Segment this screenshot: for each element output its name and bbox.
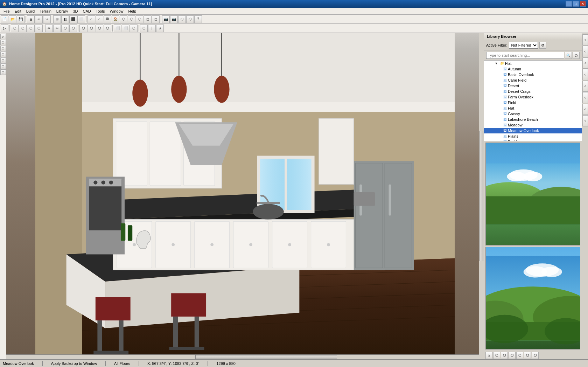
tb-undo[interactable]: ↩ bbox=[35, 15, 43, 23]
tb2-b18[interactable]: ∧ bbox=[156, 25, 164, 32]
tb-b8[interactable]: 🏠 bbox=[112, 15, 119, 23]
hscroll-thumb[interactable] bbox=[195, 355, 337, 359]
tb2-b2[interactable]: ⬡ bbox=[19, 25, 27, 32]
tb2-b16[interactable]: ⬡ bbox=[140, 25, 148, 32]
lbt-b3[interactable]: ⬡ bbox=[509, 352, 516, 359]
rtb-b3[interactable]: ◁ bbox=[582, 57, 588, 69]
tb-help[interactable]: ? bbox=[194, 15, 202, 23]
tb-b4[interactable]: ⬜ bbox=[77, 15, 85, 23]
tb2-b13[interactable]: ⬜ bbox=[114, 25, 121, 32]
viewport-hscrollbar[interactable] bbox=[6, 354, 479, 359]
tb2-b12[interactable]: ⬡ bbox=[104, 25, 111, 32]
ltb-b3[interactable]: ⬡ bbox=[0, 46, 6, 51]
tb-b7[interactable]: 🏛 bbox=[104, 15, 111, 23]
tb-open[interactable]: 📂 bbox=[9, 15, 16, 23]
tb-b9[interactable]: ⬡ bbox=[120, 15, 127, 23]
tb-new[interactable]: 📄 bbox=[1, 15, 8, 23]
ltb-b6[interactable]: ⬡ bbox=[0, 63, 6, 69]
tb-b2[interactable]: ◧ bbox=[61, 15, 69, 23]
filter-edit-button[interactable]: ⚙ bbox=[539, 42, 546, 49]
lbt-b6[interactable]: ⬡ bbox=[532, 352, 539, 359]
tree-item-meadow[interactable]: 🖼 Meadow bbox=[484, 122, 582, 128]
tb2-b15[interactable]: ⬡ bbox=[130, 25, 138, 32]
tree-item-field[interactable]: 🖼 Field bbox=[484, 100, 582, 105]
tb2-b3[interactable]: ⬡ bbox=[27, 25, 35, 32]
rtb-b8[interactable]: ◁ bbox=[582, 115, 588, 126]
tree-item-basin[interactable]: 🖼 Basin Overlook bbox=[484, 72, 582, 77]
tree-item-flat-header[interactable]: ▼ 📁 Flat bbox=[484, 61, 582, 66]
tb2-b11[interactable]: ⬡ bbox=[96, 25, 103, 32]
tree-item-lakeshore[interactable]: 🖼 Lakeshore Beach bbox=[484, 117, 582, 122]
minimize-button[interactable]: ─ bbox=[566, 1, 572, 7]
tb-b10[interactable]: ⬡ bbox=[128, 15, 135, 23]
tb-save[interactable]: 💾 bbox=[17, 15, 24, 23]
ltb-b2[interactable]: ⬡ bbox=[0, 40, 6, 45]
tree-item-plains[interactable]: 🖼 Plains bbox=[484, 133, 582, 139]
tree-item-grassy[interactable]: 🖼 Grassy bbox=[484, 111, 582, 117]
rtb-b4[interactable]: ◁ bbox=[582, 69, 588, 80]
tb2-b14[interactable]: ⬜ bbox=[122, 25, 130, 32]
menu-cad[interactable]: CAD bbox=[80, 8, 93, 14]
menu-tools[interactable]: Tools bbox=[94, 8, 107, 14]
tb-print[interactable]: 🖨 bbox=[27, 15, 35, 23]
menu-3d[interactable]: 3D bbox=[71, 8, 80, 14]
search-options-button[interactable]: ⬡ bbox=[573, 52, 580, 59]
close-button[interactable]: ✕ bbox=[580, 1, 586, 7]
library-tree[interactable]: ▼ 📁 Flat 🖼 Autumn 🖼 Basin Overlook 🖼 Can… bbox=[484, 61, 582, 141]
tb-b14[interactable]: ⬡ bbox=[178, 15, 186, 23]
tb-b12[interactable]: ◻ bbox=[144, 15, 152, 23]
menu-library[interactable]: Library bbox=[54, 8, 70, 14]
tb-cam2[interactable]: 📷 bbox=[170, 15, 178, 23]
filter-dropdown[interactable]: Not Filtered bbox=[509, 42, 538, 49]
tb2-select[interactable]: ▷ bbox=[1, 25, 8, 32]
viewport-vscrollbar[interactable] bbox=[479, 33, 484, 359]
tb2-b4[interactable]: ⬡ bbox=[35, 25, 43, 32]
tb-b3[interactable]: ⬛ bbox=[69, 15, 77, 23]
menu-window[interactable]: Window bbox=[107, 8, 125, 14]
lbt-b1[interactable]: ⬡ bbox=[493, 352, 500, 359]
tb2-b8[interactable]: ⬡ bbox=[69, 25, 77, 32]
ltb-b7[interactable]: ⬡ bbox=[0, 69, 6, 75]
tb2-b17[interactable]: | bbox=[148, 25, 156, 32]
menu-file[interactable]: File bbox=[1, 8, 12, 14]
rtb-b7[interactable]: ◁ bbox=[582, 104, 588, 115]
lbt-home[interactable]: ⌂ bbox=[485, 352, 492, 359]
tb-b13[interactable]: ◻ bbox=[152, 15, 160, 23]
tb-b5[interactable]: ⌂ bbox=[88, 15, 95, 23]
lbt-b2[interactable]: ⬡ bbox=[501, 352, 508, 359]
tree-item-meadow-overlook[interactable]: 🖼 Meadow Overlook bbox=[484, 128, 582, 133]
rtb-b5[interactable]: ◁ bbox=[582, 81, 588, 92]
search-button[interactable]: 🔍 bbox=[565, 52, 572, 59]
ltb-b1[interactable]: ▷ bbox=[0, 34, 6, 39]
rtb-b2[interactable]: ◁ bbox=[582, 46, 588, 57]
menu-build[interactable]: Build bbox=[24, 8, 37, 14]
menu-help[interactable]: Help bbox=[126, 8, 139, 14]
tb-b1[interactable]: ⊞ bbox=[53, 15, 61, 23]
tree-item-prairie[interactable]: 🖼 Prairie bbox=[484, 139, 582, 141]
vscroll-thumb[interactable] bbox=[479, 131, 483, 262]
tb-cam[interactable]: 📷 bbox=[162, 15, 170, 23]
tb-b15[interactable]: ⬡ bbox=[186, 15, 194, 23]
ltb-b5[interactable]: ⬡ bbox=[0, 57, 6, 63]
menu-terrain[interactable]: Terrain bbox=[37, 8, 54, 14]
tb2-b9[interactable]: ⬡ bbox=[79, 25, 87, 32]
tb2-b6[interactable]: ✂ bbox=[53, 25, 61, 32]
tree-item-autumn[interactable]: 🖼 Autumn bbox=[484, 66, 582, 72]
lbt-b4[interactable]: ⬡ bbox=[516, 352, 523, 359]
tb-b6[interactable]: ⌂ bbox=[96, 15, 103, 23]
tree-item-desert-crags[interactable]: 🖼 Desert Crags bbox=[484, 89, 582, 94]
lbt-b5[interactable]: ⬡ bbox=[524, 352, 531, 359]
tb2-b5[interactable]: ✏ bbox=[45, 25, 53, 32]
tree-item-flat[interactable]: 🖼 Flat bbox=[484, 105, 582, 111]
tree-item-cane-field[interactable]: 🖼 Cane Field bbox=[484, 77, 582, 83]
tb-redo[interactable]: ↪ bbox=[43, 15, 51, 23]
tree-item-desert[interactable]: 🖼 Desert bbox=[484, 83, 582, 89]
3d-viewport[interactable] bbox=[6, 33, 484, 359]
tb2-b7[interactable]: ⬡ bbox=[61, 25, 69, 32]
maximize-button[interactable]: □ bbox=[573, 1, 579, 7]
tb-b11[interactable]: ⬡ bbox=[136, 15, 144, 23]
ltb-b4[interactable]: ⬡ bbox=[0, 51, 6, 57]
tree-item-farm[interactable]: 🖼 Farm Overlook bbox=[484, 94, 582, 100]
rtb-b6[interactable]: ◁ bbox=[582, 92, 588, 103]
tb2-b1[interactable]: ⬡ bbox=[11, 25, 19, 32]
